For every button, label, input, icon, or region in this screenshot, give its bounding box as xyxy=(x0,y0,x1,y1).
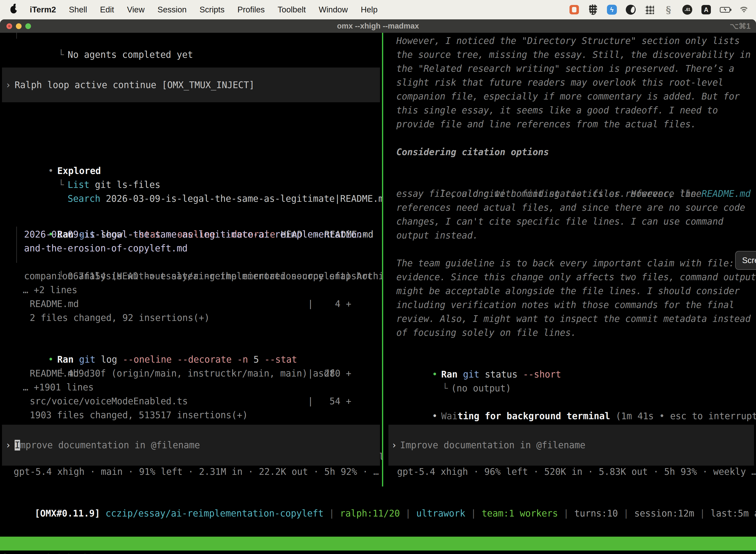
composer-input[interactable]: ›Improve documentation in @filename xyxy=(388,425,754,466)
apple-logo-icon[interactable] xyxy=(10,6,17,13)
readme-link: README.md xyxy=(702,188,751,199)
window-shortcut-badge: ⌥⌘1 xyxy=(730,21,751,31)
omx-version: [OMX#0.11.9] xyxy=(35,508,100,519)
git-show-arg-wrap2: and-the-erosion-of-copyleft.md xyxy=(24,241,188,256)
explored-list-line: └List git ls-files xyxy=(15,164,160,178)
crescent-circle-icon[interactable] xyxy=(625,4,636,15)
omx-branch: cczip/essay/ai-reimplementation-copyleft xyxy=(100,508,324,519)
reasoning-line: However, I noticed the "Directory Struct… xyxy=(396,34,740,48)
composer-placeholder: Improve documentation in @filename xyxy=(400,440,585,450)
omx-turns: turns:10 xyxy=(574,508,618,519)
menu-item-help[interactable]: Help xyxy=(361,5,378,14)
reasoning-line: references need actual files, and since … xyxy=(396,201,745,215)
battery-icon[interactable]: ϟ xyxy=(719,4,731,15)
git-log-cmd-line: •Ran git log --oneline --decorate -n 5 -… xyxy=(4,339,297,353)
agents-note-line: └No agents completed yet xyxy=(15,34,193,48)
git-show-out2: companion analysis without altering the … xyxy=(24,269,373,283)
terminal: └No agents completed yet ›Ralph loop act… xyxy=(0,33,756,554)
explored-line: •Explored xyxy=(4,150,101,164)
explored-search-line: Search 2026-03-09-is-legal-the-same-as-l… xyxy=(24,178,382,192)
tmux-session-label: [omx-cczip0:bash* xyxy=(2,551,95,554)
prompt-chevron: › xyxy=(5,440,15,450)
reasoning-line: I could cite commit statistics or refere… xyxy=(396,173,756,187)
prompt-chevron: › xyxy=(5,80,15,90)
menu-item-window[interactable]: Window xyxy=(319,5,348,14)
git-show-cmd-line: •Ran git show --stat --oneline --decorat… xyxy=(4,214,373,228)
git-show-summary: 2 files changed, 92 insertions(+) xyxy=(30,311,209,325)
menu-item-toolbelt[interactable]: Toolbelt xyxy=(277,5,306,14)
reasoning-line: output instead. xyxy=(396,229,478,242)
bullet: • xyxy=(432,409,441,423)
git-show-stat1: README.md | 4 + xyxy=(30,297,352,311)
iterm-window: omx --xhigh --madmax ⌥⌘1 └No agents comp… xyxy=(0,19,756,554)
blue-zigzag-icon[interactable]: ϟ xyxy=(606,4,618,15)
reasoning-line: of focusing solely on file lines. xyxy=(396,326,576,340)
screenshot-toast[interactable]: Scre xyxy=(735,251,756,270)
wifi-icon[interactable] xyxy=(738,4,750,15)
inject-banner: ›Ralph loop active continue [OMX_TMUX_IN… xyxy=(2,67,380,102)
model-status-line: gpt-5.4 xhigh · 96% left · 520K in · 5.8… xyxy=(397,465,756,479)
menu-bar: iTerm2 Shell Edit View Session Scripts P… xyxy=(0,0,756,19)
reasoning-line: might be acceptable alongside the file l… xyxy=(396,284,740,298)
git-show-arg-wrap1: 2026-03-09-is-legal-the-same-as-legitima… xyxy=(24,228,367,241)
reasoning-line: changes, I can't cite specific file line… xyxy=(396,215,723,229)
window-title: omx --xhigh --madmax xyxy=(0,21,756,31)
omx-session: session:12m xyxy=(634,508,694,519)
omx-ralph: ralph:11/20 xyxy=(340,508,400,519)
menu-item-profiles[interactable]: Profiles xyxy=(237,5,265,14)
squiggle-icon[interactable]: § xyxy=(663,4,674,15)
status-icons: ϟ § ..61 A ϟ xyxy=(568,4,756,15)
tree-corner: └ xyxy=(442,382,451,395)
git-log-more: … +1901 lines xyxy=(23,381,94,394)
git-show-more: … +2 lines xyxy=(23,283,77,297)
menu-item-scripts[interactable]: Scripts xyxy=(199,5,225,14)
menu-item-view[interactable]: View xyxy=(127,5,145,14)
git-status-cmd-line: •Ran git status --short xyxy=(388,354,561,368)
inject-text: Ralph loop active continue [OMX_TMUX_INJ… xyxy=(15,80,254,90)
pane-divider[interactable] xyxy=(382,33,383,487)
reasoning-line: evidence. Since this change only affects… xyxy=(396,270,756,284)
omx-last: last:5m ago xyxy=(711,508,756,519)
menu-item-session[interactable]: Session xyxy=(158,5,187,14)
reasoning-line: the source tree, missing the essay. Stil… xyxy=(396,48,751,62)
reasoning-line: essay file, along with finding root file… xyxy=(396,187,702,201)
git-log-out1: └4b9d30f (origin/main, instructkr/main, … xyxy=(15,353,335,367)
menu-item-app[interactable]: iTerm2 xyxy=(30,5,56,14)
reasoning-line: review. Also, I might want to inspect th… xyxy=(396,312,751,326)
reasoning-line: this single essay, it seems like a good … xyxy=(396,104,718,117)
reasoning-line: companion file, especially if more comme… xyxy=(396,90,740,104)
git-log-stat2: src/voice/voiceModeEnabled.ts | 54 + xyxy=(30,394,352,408)
reasoning-line: including verification notes with those … xyxy=(396,298,734,312)
prompt-chevron: › xyxy=(391,440,400,450)
menu-item-shell[interactable]: Shell xyxy=(69,5,87,14)
tmux-status-bar: [omx-cczip0:bash* "MacBook-Pro-44.local"… xyxy=(0,537,756,551)
reasoning-line: provide file and line references from th… xyxy=(396,117,696,131)
model-status-line: gpt-5.4 xhigh · main · 91% left · 2.31M … xyxy=(14,465,379,479)
badge-61-icon[interactable]: ..61 xyxy=(682,4,693,15)
shield-grid-icon[interactable] xyxy=(587,4,599,15)
dots-grid-icon[interactable] xyxy=(644,4,655,15)
omx-status-bar: [OMX#0.11.9] cczip/essay/ai-reimplementa… xyxy=(2,493,756,535)
reasoning-line: slight risk that future readers may over… xyxy=(396,76,723,90)
tree-corner: └ xyxy=(59,48,68,62)
input-source-icon[interactable]: A xyxy=(700,4,712,15)
omx-team: team:1 workers xyxy=(482,508,558,519)
omx-ultrawork: ultrawork xyxy=(416,508,465,519)
git-status-out: └(no output) xyxy=(399,368,511,382)
reasoning-heading: Considering citation options xyxy=(396,145,549,159)
git-log-summary: 1903 files changed, 513517 insertions(+) xyxy=(30,408,248,422)
menu-item-edit[interactable]: Edit xyxy=(100,5,114,14)
left-pane[interactable]: └No agents completed yet ›Ralph loop act… xyxy=(0,33,382,554)
screenshot-indicator-icon[interactable] xyxy=(568,4,580,15)
reasoning-line: The team guideline is to back every impo… xyxy=(396,257,756,270)
git-show-out1: └067f154 (HEAD -> essay/ai-reimplementat… xyxy=(15,256,382,269)
composer-placeholder: mprove documentation in @filename xyxy=(20,440,200,450)
title-bar[interactable]: omx --xhigh --madmax ⌥⌘1 xyxy=(0,19,756,33)
composer-input[interactable]: ›Improve documentation in @filename xyxy=(2,425,380,466)
waiting-status-line: •Waiting for background terminal (1m 41s… xyxy=(388,395,756,409)
reasoning-line: the "Related research writing" section i… xyxy=(396,62,734,76)
right-pane[interactable]: However, I noticed the "Directory Struct… xyxy=(386,33,756,554)
text-cursor: I xyxy=(15,440,20,450)
git-log-stat1: README.md | 280 + xyxy=(30,367,352,381)
